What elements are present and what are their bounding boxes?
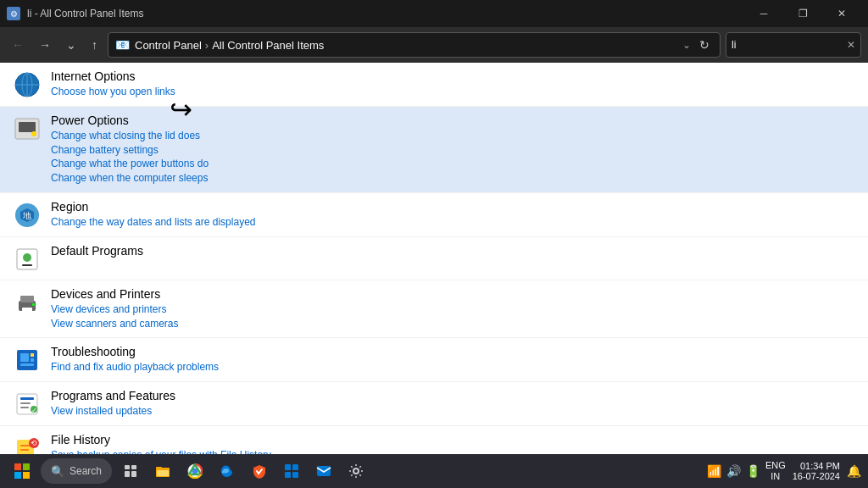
control-panel-list: Internet OptionsChoose how you open link… bbox=[0, 63, 868, 454]
svg-rect-13 bbox=[20, 296, 34, 302]
item-link[interactable]: View installed updates bbox=[51, 404, 854, 419]
address-dropdown[interactable]: ⌄ bbox=[682, 39, 691, 51]
item-link[interactable]: Change what closing the lid does bbox=[51, 129, 854, 143]
search-clear-icon[interactable]: ✕ bbox=[847, 39, 855, 51]
svg-text:⟲: ⟲ bbox=[31, 439, 37, 447]
item-link[interactable]: Choose how you open links bbox=[51, 85, 854, 99]
time-display: 01:34 PM bbox=[793, 461, 840, 471]
taskbar-pinned-icons bbox=[115, 456, 371, 486]
svg-rect-47 bbox=[156, 467, 162, 469]
svg-rect-51 bbox=[285, 464, 291, 470]
list-item[interactable]: Internet OptionsChoose how you open link… bbox=[0, 63, 868, 107]
svg-point-56 bbox=[353, 469, 359, 474]
nav-recent-button[interactable]: ⌄ bbox=[61, 35, 81, 55]
item-title: File History bbox=[51, 433, 854, 446]
svg-rect-45 bbox=[131, 471, 136, 477]
network-icon: 📶 bbox=[707, 464, 721, 478]
refresh-button[interactable]: ↻ bbox=[696, 38, 713, 52]
svg-rect-20 bbox=[20, 363, 34, 366]
list-item[interactable]: ✓Programs and FeaturesView installed upd… bbox=[0, 382, 868, 426]
svg-rect-22 bbox=[20, 397, 34, 400]
svg-rect-29 bbox=[20, 449, 29, 451]
svg-rect-40 bbox=[14, 472, 21, 479]
item-link[interactable]: Change battery settings bbox=[51, 143, 854, 158]
svg-rect-14 bbox=[22, 308, 32, 313]
date-display: 16-07-2024 bbox=[793, 471, 840, 481]
systray: 📶 🔊 🔋 ENG IN bbox=[707, 460, 786, 482]
control-panel-taskbar-icon[interactable] bbox=[276, 456, 307, 486]
item-link[interactable]: View devices and printers bbox=[51, 302, 854, 317]
troubleshoot-icon bbox=[14, 347, 41, 374]
search-box[interactable]: ✕ bbox=[726, 32, 861, 58]
nav-back-button[interactable]: ← bbox=[7, 35, 29, 55]
svg-rect-11 bbox=[22, 264, 32, 266]
mail-icon[interactable] bbox=[309, 456, 339, 486]
settings-taskbar-icon[interactable] bbox=[341, 456, 371, 486]
svg-rect-28 bbox=[20, 445, 31, 446]
item-title: Power Options bbox=[51, 114, 854, 127]
programs-icon: ✓ bbox=[14, 391, 41, 418]
taskbar-search[interactable]: 🔍 Search bbox=[41, 458, 112, 484]
svg-rect-42 bbox=[125, 465, 130, 469]
close-button[interactable]: ✕ bbox=[822, 0, 861, 27]
clock: 01:34 PM 16-07-2024 bbox=[793, 461, 840, 481]
region-icon: 地 bbox=[14, 202, 41, 229]
language-indicator: ENG IN bbox=[765, 460, 786, 482]
list-item[interactable]: 地RegionChange the way dates and lists ar… bbox=[0, 193, 868, 237]
window-controls: ─ ❐ ✕ bbox=[744, 0, 861, 27]
file-explorer-icon[interactable] bbox=[147, 456, 178, 486]
item-title: Troubleshooting bbox=[51, 345, 854, 358]
start-button[interactable] bbox=[7, 456, 37, 486]
breadcrumb-all-items[interactable]: All Control Panel Items bbox=[212, 39, 324, 52]
item-link[interactable]: Change the way dates and lists are displ… bbox=[51, 215, 854, 230]
svg-rect-38 bbox=[14, 463, 21, 470]
list-item[interactable]: Default Programs bbox=[0, 237, 868, 280]
svg-rect-41 bbox=[23, 472, 30, 479]
window-icon: ⚙ bbox=[7, 7, 20, 20]
address-bar: ← → ⌄ ↑ 📧 Control Panel › All Control Pa… bbox=[0, 27, 868, 63]
restore-button[interactable]: ❐ bbox=[783, 0, 822, 27]
svg-rect-52 bbox=[292, 464, 298, 470]
edge-icon[interactable] bbox=[212, 456, 242, 486]
avast-icon[interactable] bbox=[244, 456, 275, 486]
item-title: Region bbox=[51, 200, 854, 214]
svg-rect-18 bbox=[31, 353, 34, 357]
item-title: Internet Options bbox=[51, 69, 854, 83]
notification-icon[interactable]: 🔔 bbox=[847, 464, 861, 478]
chrome-icon[interactable] bbox=[180, 456, 210, 486]
item-link[interactable]: Save backup copies of your files with Fi… bbox=[51, 448, 854, 454]
item-title: Programs and Features bbox=[51, 389, 854, 402]
address-box[interactable]: 📧 Control Panel › All Control Panel Item… bbox=[108, 32, 721, 58]
default-programs-icon bbox=[14, 246, 41, 273]
taskbar: 🔍 Search bbox=[0, 454, 868, 488]
svg-point-10 bbox=[23, 253, 31, 262]
list-item[interactable]: ⟲File HistorySave backup copies of your … bbox=[0, 426, 868, 454]
svg-rect-53 bbox=[285, 472, 291, 478]
printer-icon bbox=[14, 289, 41, 316]
breadcrumb-control-panel[interactable]: Control Panel bbox=[135, 39, 202, 52]
nav-forward-button[interactable]: → bbox=[34, 35, 56, 55]
item-link[interactable]: Change what the power buttons do bbox=[51, 157, 854, 171]
nav-up-button[interactable]: ↑ bbox=[86, 35, 103, 55]
svg-text:✓: ✓ bbox=[31, 407, 37, 414]
svg-rect-48 bbox=[157, 470, 169, 476]
svg-rect-54 bbox=[292, 472, 298, 478]
svg-rect-55 bbox=[317, 466, 331, 476]
svg-rect-24 bbox=[20, 407, 29, 408]
item-link[interactable]: View scanners and cameras bbox=[51, 317, 854, 331]
list-item[interactable]: TroubleshootingFind and fix audio playba… bbox=[0, 338, 868, 382]
svg-rect-5 bbox=[19, 122, 36, 132]
svg-point-6 bbox=[31, 131, 36, 136]
taskbar-search-label: Search bbox=[70, 465, 102, 477]
svg-rect-39 bbox=[23, 463, 30, 470]
minimize-button[interactable]: ─ bbox=[744, 0, 783, 27]
search-input[interactable] bbox=[732, 39, 843, 51]
item-link[interactable]: Change when the computer sleeps bbox=[51, 171, 854, 186]
item-link[interactable]: Find and fix audio playback problems bbox=[51, 360, 854, 374]
svg-rect-43 bbox=[131, 465, 136, 469]
list-item[interactable]: Devices and PrintersView devices and pri… bbox=[0, 280, 868, 339]
list-item[interactable]: Power OptionsChange what closing the lid… bbox=[0, 107, 868, 193]
svg-rect-15 bbox=[32, 303, 35, 306]
task-view-icon[interactable] bbox=[115, 456, 146, 486]
globe-icon bbox=[14, 71, 41, 98]
